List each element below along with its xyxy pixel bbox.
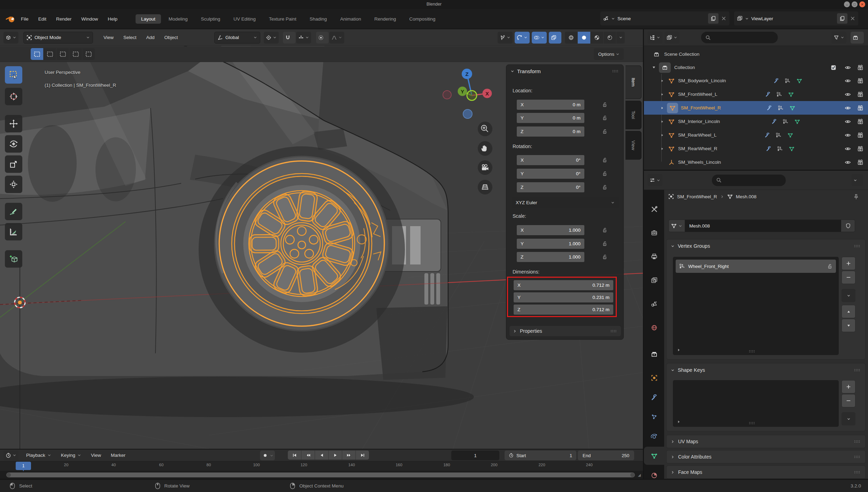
next-keyframe-button[interactable] xyxy=(342,451,355,460)
properties-filter-dropdown[interactable] xyxy=(851,174,863,186)
timeline-ruler[interactable]: 20 40 60 80 100 120 140 160 180 200 220 … xyxy=(0,461,643,471)
mesh-datablock-name[interactable]: Mesh.008 xyxy=(685,220,841,232)
outliner-search-input[interactable] xyxy=(701,32,778,43)
mesh-data-icon[interactable] xyxy=(788,132,793,138)
vertex-group-add-button[interactable] xyxy=(842,257,855,270)
outliner-editor-type-button[interactable] xyxy=(647,32,662,44)
location-x-field[interactable]: X0 m xyxy=(517,100,584,110)
camera-icon[interactable] xyxy=(857,118,863,125)
workspace-tab-texture-paint[interactable]: Texture Paint xyxy=(263,14,302,24)
select-mode-intersect-button[interactable] xyxy=(82,48,95,60)
tab-tool[interactable] xyxy=(644,200,664,218)
camera-view-button[interactable] xyxy=(478,160,492,175)
xray-toggle[interactable] xyxy=(549,32,561,44)
perspective-toggle-button[interactable] xyxy=(478,180,492,194)
dimensions-z-field[interactable]: Z0.712 m xyxy=(514,305,613,315)
wrench-icon[interactable] xyxy=(765,132,770,138)
proportional-edit-toggle[interactable] xyxy=(316,32,329,44)
mesh-data-icon[interactable] xyxy=(794,119,800,124)
tab-collection[interactable] xyxy=(644,345,664,363)
snap-toggle[interactable] xyxy=(283,32,295,44)
scene-browse-chevron-icon[interactable] xyxy=(611,17,615,21)
tab-modifiers[interactable] xyxy=(644,388,664,406)
viewlayer-new-icon[interactable] xyxy=(837,13,847,24)
eye-icon[interactable] xyxy=(845,132,851,138)
editor-type-button[interactable] xyxy=(3,32,18,44)
collection-checkbox[interactable] xyxy=(831,65,836,70)
collection-camera-icon[interactable] xyxy=(857,64,863,71)
row-object-interior[interactable]: SM_Interior_Lincoln xyxy=(644,115,868,128)
modifier-icon[interactable] xyxy=(785,78,790,84)
scale-y-field[interactable]: Y1.000 xyxy=(517,239,584,249)
tab-object-data[interactable] xyxy=(644,447,664,465)
shading-dropdown[interactable] xyxy=(616,32,625,44)
frame-start-field[interactable]: Start 1 xyxy=(505,451,576,460)
frame-end-field[interactable]: End 250 xyxy=(578,451,634,460)
gizmo-axis-z-neg[interactable] xyxy=(463,109,472,118)
select-mode-new-button[interactable] xyxy=(31,48,43,60)
camera-icon[interactable] xyxy=(857,159,863,166)
show-gizmo-dropdown[interactable] xyxy=(498,32,513,44)
viewport-menu-object[interactable]: Object xyxy=(160,35,183,40)
scene-name[interactable]: Scene xyxy=(617,16,706,21)
outliner-display-mode-button[interactable] xyxy=(665,32,679,44)
camera-icon[interactable] xyxy=(857,91,863,98)
show-overlays-toggle[interactable] xyxy=(532,32,547,44)
tool-rotate[interactable] xyxy=(5,135,22,153)
shape-keys-title[interactable]: Shape Keys xyxy=(678,367,705,373)
wrench-icon[interactable] xyxy=(774,78,779,84)
mesh-data-icon[interactable] xyxy=(797,78,802,84)
row-scene-collection[interactable]: Scene Collection xyxy=(644,47,868,61)
location-y-field[interactable]: Y0 m xyxy=(517,113,584,123)
play-reverse-button[interactable] xyxy=(315,451,328,460)
timeline-menu-keying[interactable]: Keying xyxy=(56,453,86,458)
mode-dropdown[interactable]: Object Mode xyxy=(23,32,93,44)
vertex-groups-collapse-icon[interactable] xyxy=(671,244,675,248)
row-collection[interactable]: Collection xyxy=(644,61,868,74)
vertex-group-row[interactable]: Wheel_Front_Right xyxy=(676,260,836,273)
wrench-icon[interactable] xyxy=(771,119,777,124)
viewlayer-selector[interactable]: ViewLayer xyxy=(734,11,859,26)
auto-keying-button[interactable] xyxy=(260,451,275,460)
dimensions-x-field[interactable]: X0.712 m xyxy=(514,280,613,290)
modifier-icon[interactable] xyxy=(778,105,783,111)
menu-help[interactable]: Help xyxy=(103,16,122,22)
shading-material-button[interactable] xyxy=(591,32,603,44)
zoom-button[interactable] xyxy=(478,122,492,136)
location-x-lock-icon[interactable] xyxy=(602,102,607,107)
viewport-menu-add[interactable]: Add xyxy=(141,35,160,40)
pivot-point-dropdown[interactable] xyxy=(264,32,279,44)
mesh-data-icon[interactable] xyxy=(789,146,794,152)
jump-to-end-button[interactable] xyxy=(356,451,369,460)
lock-open-icon[interactable] xyxy=(827,263,832,269)
tab-scene[interactable] xyxy=(644,295,664,313)
gizmo-axis-y-neg[interactable] xyxy=(467,91,477,100)
workspace-tab-uv-editing[interactable]: UV Editing xyxy=(228,14,261,24)
shape-key-add-button[interactable] xyxy=(842,380,855,393)
eye-icon[interactable] xyxy=(845,146,851,152)
rotation-z-field[interactable]: Z0° xyxy=(517,182,584,192)
sidebar-tab-view[interactable]: View xyxy=(625,131,642,160)
vertex-groups-title[interactable]: Vertex Groups xyxy=(678,243,710,249)
row-object-wheels-empty[interactable]: SM_Wheels_Lincoln xyxy=(644,155,868,169)
transform-drag-icon[interactable] xyxy=(612,70,619,73)
eye-icon[interactable] xyxy=(845,91,851,98)
select-mode-invert-button[interactable] xyxy=(69,48,82,60)
front-wheel-object[interactable] xyxy=(199,146,405,353)
shape-keys-list[interactable] xyxy=(673,380,839,427)
viewport-menu-select[interactable]: Select xyxy=(118,35,141,40)
current-frame-field[interactable]: 1 xyxy=(451,451,499,460)
workspace-tab-shading[interactable]: Shading xyxy=(304,14,333,24)
mesh-data-icon[interactable] xyxy=(788,92,794,97)
shape-key-specials-button[interactable] xyxy=(842,412,855,425)
rotation-x-field[interactable]: X0° xyxy=(517,155,584,165)
playhead[interactable]: 1 xyxy=(16,462,31,470)
camera-icon[interactable] xyxy=(857,146,863,152)
eye-icon[interactable] xyxy=(845,78,851,84)
menu-render[interactable]: Render xyxy=(51,16,76,22)
transform-collapse-icon[interactable] xyxy=(510,69,514,73)
modifier-icon[interactable] xyxy=(777,146,783,152)
minimize-button[interactable]: – xyxy=(844,1,850,7)
menu-edit[interactable]: Edit xyxy=(33,16,51,22)
transform-orientation-dropdown[interactable]: Global xyxy=(214,32,260,44)
